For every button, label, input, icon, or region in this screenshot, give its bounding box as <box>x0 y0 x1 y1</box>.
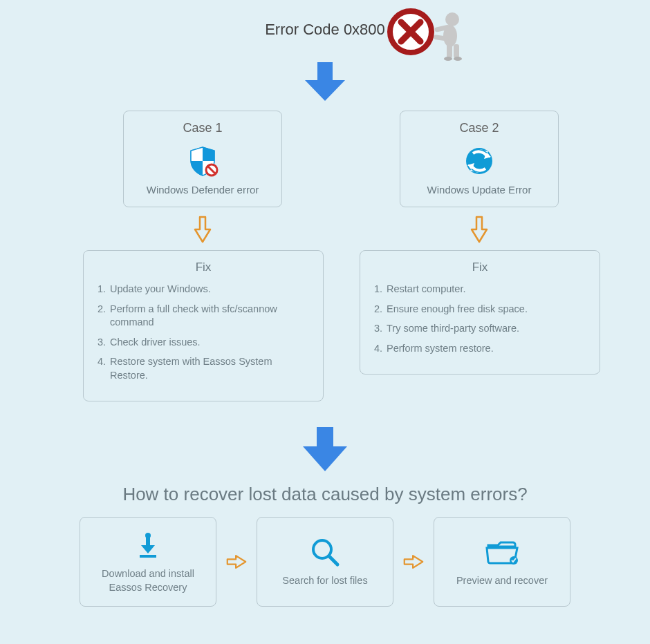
step-2-label: Search for lost files <box>282 574 367 588</box>
arrow-right-outline-icon <box>403 553 424 570</box>
case-1-box: Case 1 Windows Defender error <box>123 111 282 207</box>
svg-marker-16 <box>141 545 155 553</box>
steps-row: Download and install Eassos Recovery Sea… <box>0 517 650 607</box>
case-2-title: Case 2 <box>400 121 558 135</box>
step-1-label: Download and install Eassos Recovery <box>90 567 206 594</box>
page-title: Error Code 0x800 <box>0 21 650 39</box>
svg-line-19 <box>329 556 337 565</box>
arrow-down-icon <box>299 426 351 473</box>
arrow-right-outline-icon <box>226 553 247 570</box>
update-icon <box>400 144 558 178</box>
fix-2-item: Restart computer. <box>387 283 465 296</box>
case-2-box: Case 2 Windows Update Error <box>400 111 559 207</box>
fix-1-heading: Fix <box>98 261 309 274</box>
case-1-desc: Windows Defender error <box>124 184 281 196</box>
recover-heading: How to recover lost data caused by syste… <box>0 484 650 505</box>
search-icon <box>310 536 340 569</box>
arrow-down-outline-icon <box>194 216 212 246</box>
svg-rect-15 <box>146 537 150 545</box>
red-x-badge-icon <box>390 11 431 53</box>
svg-rect-5 <box>447 44 452 58</box>
step-3-box: Preview and recover <box>434 517 570 607</box>
step-1-box: Download and install Eassos Recovery <box>80 517 216 607</box>
download-icon <box>134 529 162 562</box>
arrow-down-icon <box>301 61 349 102</box>
svg-rect-6 <box>454 44 459 58</box>
svg-point-1 <box>445 12 459 26</box>
case-2-desc: Windows Update Error <box>400 184 558 196</box>
defender-shield-icon <box>124 144 281 178</box>
svg-rect-17 <box>140 555 156 558</box>
figure-icon <box>434 12 462 61</box>
fix-2-box: Fix 1.Restart computer. 2.Ensure enough … <box>360 250 600 375</box>
error-illustration <box>386 6 476 61</box>
fix-2-heading: Fix <box>374 261 586 274</box>
fix-1-item: Perform a full check with sfc/scannow co… <box>110 303 309 330</box>
fix-1-list: 1.Update your Windows. 2.Perform a full … <box>98 283 309 382</box>
svg-point-8 <box>454 57 462 61</box>
fix-2-list: 1.Restart computer. 2.Ensure enough free… <box>374 283 586 355</box>
svg-point-7 <box>444 57 452 61</box>
fix-1-item: Restore system with Eassos System Restor… <box>110 355 309 382</box>
arrow-down-outline-icon <box>470 216 488 246</box>
folder-check-icon <box>485 536 519 569</box>
fix-1-box: Fix 1.Update your Windows. 2.Perform a f… <box>83 250 324 401</box>
fix-2-item: Try some third-party software. <box>387 322 519 336</box>
fix-1-item: Update your Windows. <box>110 283 211 296</box>
fix-2-item: Perform system restore. <box>387 342 494 356</box>
fix-2-item: Ensure enough free disk space. <box>387 303 528 316</box>
step-2-box: Search for lost files <box>257 517 393 607</box>
case-1-title: Case 1 <box>124 121 281 135</box>
step-3-label: Preview and recover <box>456 574 548 588</box>
fix-1-item: Check driver issues. <box>110 336 201 350</box>
